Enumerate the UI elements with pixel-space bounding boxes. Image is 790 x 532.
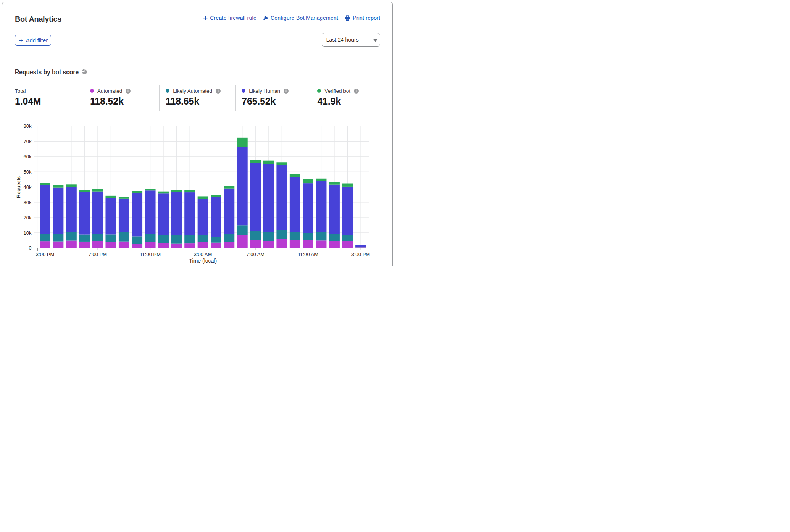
svg-text:3:00 PM: 3:00 PM bbox=[36, 251, 54, 257]
svg-text:7:00 AM: 7:00 AM bbox=[246, 251, 264, 257]
svg-text:80k: 80k bbox=[24, 123, 32, 129]
svg-text:70k: 70k bbox=[24, 139, 32, 144]
svg-text:3:00 AM: 3:00 AM bbox=[194, 251, 212, 257]
svg-text:Time (local): Time (local) bbox=[189, 258, 217, 264]
svg-text:30k: 30k bbox=[24, 200, 32, 205]
svg-text:11:00 AM: 11:00 AM bbox=[298, 251, 318, 257]
svg-text:0: 0 bbox=[29, 245, 31, 251]
svg-text:20k: 20k bbox=[24, 215, 32, 221]
svg-text:50k: 50k bbox=[24, 169, 32, 175]
svg-text:7:00 PM: 7:00 PM bbox=[89, 251, 107, 257]
svg-text:11:00 PM: 11:00 PM bbox=[140, 251, 161, 257]
svg-text:Requests: Requests bbox=[16, 176, 21, 198]
svg-text:60k: 60k bbox=[24, 154, 32, 160]
svg-text:40k: 40k bbox=[24, 184, 32, 190]
svg-text:3:00 PM: 3:00 PM bbox=[351, 251, 370, 257]
svg-text:10k: 10k bbox=[24, 230, 32, 236]
